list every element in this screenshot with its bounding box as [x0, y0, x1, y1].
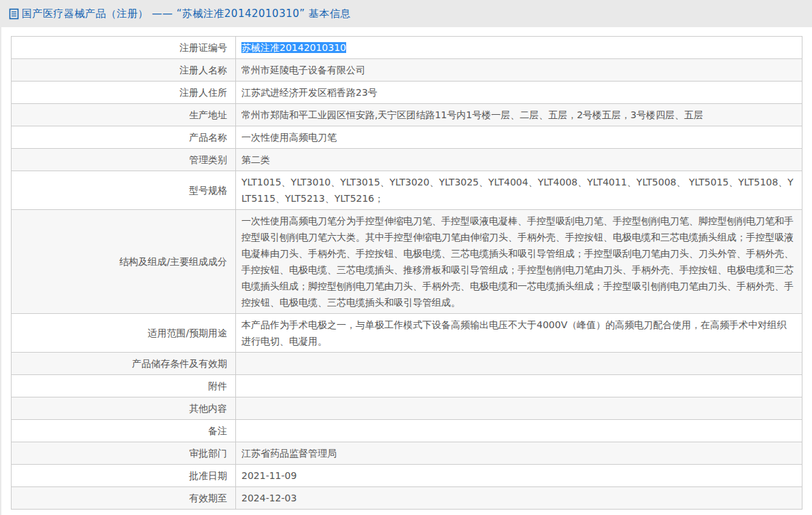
- row-label: 审批部门: [12, 442, 236, 465]
- row-value: [236, 397, 802, 420]
- row-label: 注册人名称: [12, 59, 236, 82]
- table-row: 生产地址常州市郑陆和平工业园区恒安路,天宁区团结路11号内1号楼一层、二层、五层…: [12, 104, 802, 126]
- row-value: YLT1015、YLT3010、YLT3015、YLT3020、YLT3025、…: [236, 171, 802, 210]
- row-value: 2021-11-09: [236, 465, 802, 487]
- table-row: 有效期至2024-12-03: [12, 487, 802, 510]
- table-row: 型号规格YLT1015、YLT3010、YLT3015、YLT3020、YLT3…: [12, 171, 802, 210]
- row-label: 管理类别: [12, 149, 236, 171]
- table-row: 注册人住所江苏武进经济开发区稻香路23号: [12, 82, 802, 104]
- page-header: 国产医疗器械产品（注册） —— “苏械注准20142010310” 基本信息: [0, 0, 812, 27]
- row-value: 2024-12-03: [236, 487, 802, 510]
- page-title: 国产医疗器械产品（注册） —— “苏械注准20142010310” 基本信息: [22, 7, 351, 20]
- table-row: 备注: [12, 420, 802, 442]
- row-value: 苏械注准20142010310: [236, 37, 802, 59]
- row-value: [236, 375, 802, 397]
- row-label: 适用范围/预期用途: [12, 314, 236, 353]
- table-row: 其他内容: [12, 397, 802, 420]
- row-value: [236, 353, 802, 375]
- row-label: 有效期至: [12, 487, 236, 510]
- row-label: 注册人住所: [12, 82, 236, 104]
- row-label: 产品名称: [12, 126, 236, 149]
- table-row: 审批部门江苏省药品监督管理局: [12, 442, 802, 465]
- row-value: 第二类: [236, 149, 802, 171]
- row-label: 产品储存条件及有效期: [12, 353, 236, 375]
- page-left-edge: [0, 0, 1, 515]
- row-value: 常州市郑陆和平工业园区恒安路,天宁区团结路11号内1号楼一层、二层、五层，2号楼…: [236, 104, 802, 126]
- table-row: 批准日期2021-11-09: [12, 465, 802, 487]
- registration-number-highlight: 苏械注准20142010310: [241, 42, 346, 53]
- registration-table-body: 注册证编号苏械注准20142010310注册人名称常州市延陵电子设备有限公司注册…: [12, 37, 802, 510]
- table-row: 产品名称一次性使用高频电刀笔: [12, 126, 802, 149]
- row-label: 附件: [12, 375, 236, 397]
- row-value: 一次性使用高频电刀笔分为手控型伸缩电刀笔、手控型吸液电凝棒、手控型吸刮电刀笔、手…: [236, 210, 802, 314]
- row-value: 江苏武进经济开发区稻香路23号: [236, 82, 802, 104]
- table-row: 注册证编号苏械注准20142010310: [12, 37, 802, 59]
- row-label: 型号规格: [12, 171, 236, 210]
- row-value: 本产品作为手术电极之一，与单极工作模式下设备高频输出电压不大于4000V（峰值）…: [236, 314, 802, 353]
- row-value: 江苏省药品监督管理局: [236, 442, 802, 465]
- table-row: 结构及组成/主要组成成分一次性使用高频电刀笔分为手控型伸缩电刀笔、手控型吸液电凝…: [12, 210, 802, 314]
- row-value: [236, 420, 802, 442]
- row-value: 常州市延陵电子设备有限公司: [236, 59, 802, 82]
- registration-info-table: 注册证编号苏械注准20142010310注册人名称常州市延陵电子设备有限公司注册…: [11, 36, 802, 510]
- table-row: 附件: [12, 375, 802, 397]
- row-label: 批准日期: [12, 465, 236, 487]
- table-row: 注册人名称常州市延陵电子设备有限公司: [12, 59, 802, 82]
- table-row: 适用范围/预期用途本产品作为手术电极之一，与单极工作模式下设备高频输出电压不大于…: [12, 314, 802, 353]
- row-label: 注册证编号: [12, 37, 236, 59]
- table-row: 产品储存条件及有效期: [12, 353, 802, 375]
- table-row: 管理类别第二类: [12, 149, 802, 171]
- row-label: 结构及组成/主要组成成分: [12, 210, 236, 314]
- row-label: 其他内容: [12, 397, 236, 420]
- row-label: 生产地址: [12, 104, 236, 126]
- registration-info-table-wrap: 注册证编号苏械注准20142010310注册人名称常州市延陵电子设备有限公司注册…: [11, 36, 802, 510]
- document-icon: [9, 8, 19, 20]
- row-label: 备注: [12, 420, 236, 442]
- row-value: 一次性使用高频电刀笔: [236, 126, 802, 149]
